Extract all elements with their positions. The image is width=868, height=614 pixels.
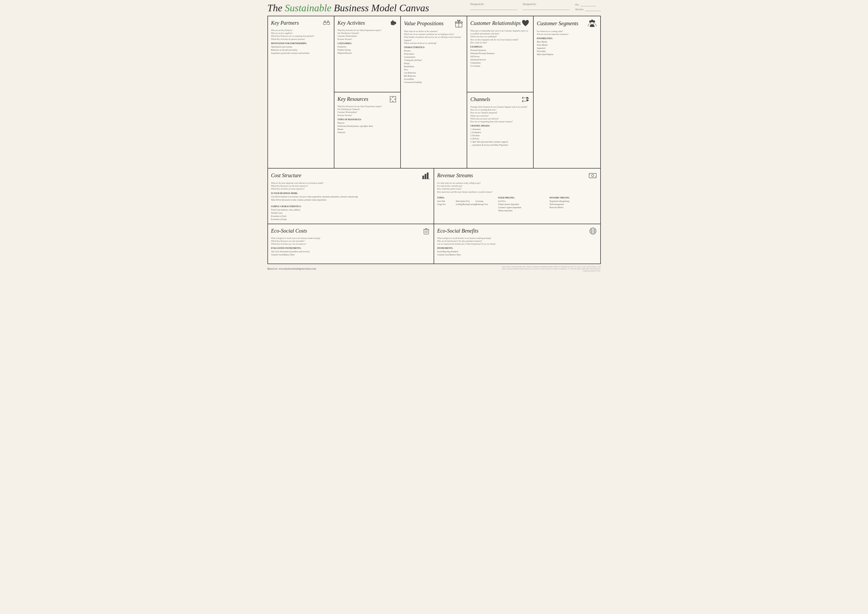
heart-icon [521,19,530,28]
revenue-dynamic-list: Negotiation (bargaining) Yield managemen… [550,200,597,209]
gift-icon [454,19,463,28]
channels-list: 1. Awareness 2. Evaluation 3. Purchase 4… [470,128,530,147]
svg-rect-4 [394,21,395,24]
key-activities-section-label: CATEGORIES: [338,42,397,45]
footer-rights: This work is licensed under the Creative… [496,266,601,272]
key-activities-resources-col: Key Activites What Key Activities do our… [335,16,401,168]
customer-segments-list: Mass Market Niche Market Segmented Diver… [537,40,597,56]
revenue-fixed-list: List Price Product feature dependent Cus… [498,200,546,212]
money-icon [588,171,597,180]
on-label: On: [575,3,579,6]
eco-benefits-title: Eco-Social Benefits [437,227,597,235]
designed-for-field: Designed for: [470,3,517,10]
canvas: Key Partners Who are our Key Partners? W… [267,16,601,264]
eco-costs-title: Eco-Social Costs [271,227,431,235]
customer-segments-section-label: POSSIBILITIES: [537,37,597,40]
customer-relationships-cell: Customer Relationships What type of rela… [467,16,533,92]
cost-structure-business-types: Cost Driven (leanest cost structure, low… [271,195,431,202]
page-title: The Sustainable Business Model Canvas [267,3,429,14]
eco-costs-list: Life-Cycle Assessment (of products and s… [271,250,431,256]
cost-structure-section-label: IS YOUR BUSINESS MORE: [271,192,431,194]
svg-rect-13 [425,174,426,179]
designed-by-field: Designed by: [522,3,570,10]
revenue-dynamic-label: DYNAMIC PRICING [550,197,597,199]
value-propositions-title: Value Propositions [404,19,463,28]
svg-rect-14 [427,172,428,179]
on-input[interactable] [580,3,596,6]
eco-costs-cell: Eco-Social Costs What ecological or soci… [268,224,434,264]
channels-cell: Channels Through which Channels do our C… [467,92,533,168]
key-resources-questions: What Key Resources do our Value Proposit… [338,105,397,117]
eco-costs-questions: What ecological or social costs is our b… [271,237,431,246]
designed-for-input[interactable] [470,6,517,10]
value-propositions-list: Newness Performance Customization "Getti… [404,50,463,84]
customer-relationships-title: Customer Relationships [470,19,530,28]
revenue-streams-title: Revenue Streams [437,171,597,180]
designed-for-label: Designed for: [470,3,517,6]
cost-structure-title: Cost Structure [271,171,431,180]
puzzle-icon [389,95,397,104]
eco-section: Eco-Social Costs What ecological or soci… [268,224,600,264]
eco-costs-section-label: EVALUATION INSTRUMENTS: [271,247,431,250]
title-pre: The [267,2,285,13]
key-partners-cell: Key Partners Who are our Key Partners? W… [268,16,335,168]
customer-segments-title: Customer Segments [537,19,597,28]
footer-based-on: Based on: www.businessmodelgeneration.co… [267,267,316,270]
trash-icon [422,227,431,235]
customer-relationships-questions: What type of relationship does each of o… [470,29,530,44]
key-resources-list: Physical Intellectual (brand patents, co… [338,121,397,134]
title-post: Business Model Canvas [331,2,429,13]
accessibility-item: Accessibility [404,78,463,81]
channels-title: Channels [470,95,530,104]
eco-benefits-section-label: INSTRUMENTS: [437,247,597,250]
page: The Sustainable Business Model Canvas De… [264,0,605,274]
svg-point-17 [591,175,594,177]
key-partners-section-label: MOTIVATION FOR PARTNERSHIPS: [271,42,331,45]
customer-segments-cell: Customer Segments For whom are we creati… [533,16,600,168]
svg-rect-5 [395,22,396,24]
risk-reduction-item: Risk Reduction [404,74,463,78]
customer-relationships-list: Personal Assistance Dedicated Personal A… [470,49,530,68]
key-partners-title: Key Partners [271,19,331,27]
eco-benefits-list: Social Reporting Standard Common Good Ba… [437,250,597,256]
shuffle-icon [521,95,530,104]
svg-point-11 [591,20,594,22]
customer-segments-questions: For whom are we creating value? Who are … [537,30,597,36]
customer-relationships-channels-col: Customer Relationships What type of rela… [467,16,533,168]
revenue-fixed-label: FIXED PRICING: [498,197,546,199]
globe-icon [589,227,597,235]
svg-rect-16 [589,173,596,178]
svg-rect-12 [422,175,424,179]
key-activities-cell: Key Activites What Key Activities do our… [335,16,400,92]
channels-section-label: CHANNEL PHASES: [470,125,530,127]
key-activities-questions: What Key Activities do our Value Proposi… [338,29,397,41]
revenue-streams-cell: Revenue Streams For what value are our c… [434,169,600,224]
bar-chart-icon [422,171,431,180]
designed-by-label: Designed by: [522,3,570,6]
cost-structure-sample-label: SAMPLE CHARACTERISTICS: [271,205,301,208]
eco-benefits-questions: What ecological or social benefits is ou… [437,237,597,246]
revenue-types-list: Asset Sale Subscription Fees Licensing U… [437,200,494,206]
version-input[interactable] [585,7,601,11]
svg-rect-3 [391,21,392,24]
handshake-icon [322,19,331,27]
key-partners-questions: Who are our Key Partners? Who are our ke… [271,29,331,41]
key-activities-title: Key Activites [338,19,397,27]
version-label: Version: [575,8,584,11]
hand-stop-icon [389,19,397,27]
cost-structure-cell: Cost Structure What are the most importa… [268,169,434,224]
top-section: Key Partners Who are our Key Partners? W… [268,16,600,169]
title-highlight: Sustainable [285,2,331,13]
customer-relationships-section-label: EXAMPLES: [470,46,530,48]
key-activities-list: Production Problem Solving Platform/Netw… [338,45,397,55]
people-icon [587,19,597,28]
value-propositions-questions: What value do we deliver to the customer… [404,30,463,45]
key-partners-list: Optimization and economy Reduction of ri… [271,45,331,55]
value-propositions-section-label: CHARACTERISTICS: [404,46,463,48]
cost-structure-sample-list: Fixed Costs (salaries, rents, utilities)… [271,208,301,221]
version-block: On: Version: [575,3,601,11]
value-propositions-cell: Value Propositions What value do we deli… [401,16,467,168]
channels-questions: Through which Channels do our Customer S… [470,105,530,123]
key-resources-title: Key Resources [338,95,397,104]
designed-by-input[interactable] [522,6,570,10]
